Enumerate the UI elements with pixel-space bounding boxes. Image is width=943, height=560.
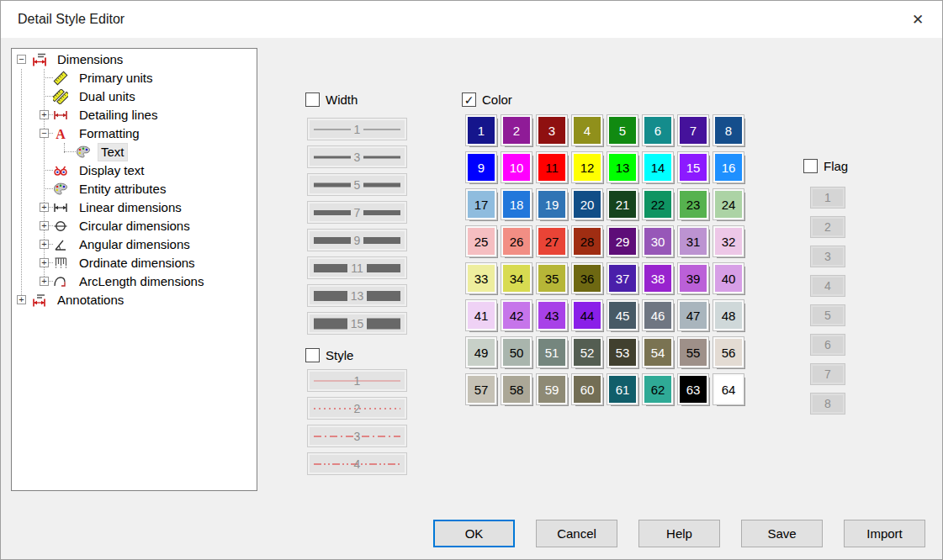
color-cell-9[interactable]: 9 (466, 152, 496, 182)
flag-button-3[interactable]: 3 (810, 246, 845, 267)
tree-item-arclength-dimensions[interactable]: +ArcLength dimensions (12, 272, 257, 291)
tree-item-label[interactable]: Dimensions (55, 51, 125, 68)
color-cell-25[interactable]: 25 (466, 226, 496, 256)
color-cell-8[interactable]: 8 (713, 115, 744, 145)
color-cell-61[interactable]: 61 (607, 374, 638, 404)
tree-item-linear-dimensions[interactable]: +Linear dimensions (12, 198, 257, 217)
expand-plus-icon[interactable]: + (40, 221, 49, 230)
color-cell-22[interactable]: 22 (643, 189, 673, 219)
color-cell-26[interactable]: 26 (501, 226, 532, 256)
tree-item-dual-units[interactable]: Dual units (12, 87, 257, 106)
color-cell-45[interactable]: 45 (607, 300, 638, 330)
width-button-15[interactable]: 15 (307, 312, 407, 335)
color-cell-14[interactable]: 14 (643, 152, 673, 182)
tree-item-label[interactable]: Entity attributes (77, 181, 168, 198)
color-cell-54[interactable]: 54 (643, 337, 673, 367)
width-button-9[interactable]: 9 (307, 229, 407, 251)
color-cell-31[interactable]: 31 (678, 226, 708, 256)
color-cell-5[interactable]: 5 (607, 115, 638, 145)
color-cell-29[interactable]: 29 (607, 226, 638, 256)
color-cell-47[interactable]: 47 (678, 300, 708, 330)
tree-item-entity-attributes[interactable]: Entity attributes (12, 180, 257, 198)
import-button[interactable]: Import (844, 520, 925, 547)
expand-plus-icon[interactable]: + (40, 258, 49, 267)
color-cell-64[interactable]: 64 (713, 374, 744, 404)
flag-checkbox[interactable] (803, 159, 818, 173)
tree-item-label[interactable]: ArcLength dimensions (77, 273, 206, 290)
color-cell-46[interactable]: 46 (643, 300, 673, 330)
tree-item-label[interactable]: Ordinate dimensions (77, 255, 198, 272)
color-cell-7[interactable]: 7 (678, 115, 708, 145)
color-cell-41[interactable]: 41 (466, 300, 496, 330)
width-button-1[interactable]: 1 (307, 118, 407, 140)
tree-item-text[interactable]: Text (12, 143, 257, 161)
flag-button-4[interactable]: 4 (810, 275, 845, 297)
color-cell-35[interactable]: 35 (537, 263, 567, 293)
width-button-13[interactable]: 13 (307, 284, 407, 307)
save-button[interactable]: Save (741, 520, 823, 547)
color-cell-3[interactable]: 3 (537, 115, 567, 145)
color-cell-12[interactable]: 12 (572, 152, 602, 182)
flag-button-8[interactable]: 8 (810, 393, 845, 415)
collapse-minus-icon[interactable]: − (40, 129, 49, 138)
color-cell-6[interactable]: 6 (643, 115, 673, 145)
color-cell-52[interactable]: 52 (572, 337, 602, 367)
tree-item-label[interactable]: Formatting (77, 125, 142, 142)
tree-item-circular-dimensions[interactable]: +Circular dimensions (12, 217, 257, 235)
tree-item-display-text[interactable]: Display text (12, 161, 257, 180)
close-icon[interactable]: ✕ (898, 1, 937, 38)
tree-item-label[interactable]: Annotations (55, 292, 126, 309)
color-cell-27[interactable]: 27 (537, 226, 567, 256)
color-cell-37[interactable]: 37 (607, 263, 638, 293)
expand-plus-icon[interactable]: + (40, 203, 49, 212)
width-button-5[interactable]: 5 (307, 173, 407, 196)
color-cell-1[interactable]: 1 (466, 115, 496, 145)
color-cell-39[interactable]: 39 (678, 263, 708, 293)
tree-item-label[interactable]: Linear dimensions (77, 199, 184, 216)
color-cell-18[interactable]: 18 (501, 189, 532, 219)
color-cell-30[interactable]: 30 (643, 226, 673, 256)
color-cell-43[interactable]: 43 (537, 300, 567, 330)
color-cell-57[interactable]: 57 (466, 374, 496, 404)
color-cell-20[interactable]: 20 (572, 189, 602, 219)
color-cell-50[interactable]: 50 (501, 337, 532, 367)
color-cell-51[interactable]: 51 (537, 337, 567, 367)
style-button-1[interactable]: 1 (307, 369, 407, 392)
color-cell-17[interactable]: 17 (466, 189, 496, 219)
color-cell-34[interactable]: 34 (501, 263, 532, 293)
tree-item-label[interactable]: Primary units (77, 70, 156, 87)
color-cell-28[interactable]: 28 (572, 226, 602, 256)
tree-item-label[interactable]: Dual units (77, 88, 138, 105)
cancel-button[interactable]: Cancel (536, 520, 617, 547)
tree-item-label[interactable]: Detailing lines (77, 107, 160, 124)
width-button-3[interactable]: 3 (307, 145, 407, 168)
flag-button-2[interactable]: 2 (810, 216, 845, 238)
color-cell-59[interactable]: 59 (537, 374, 567, 404)
width-checkbox[interactable] (305, 92, 320, 107)
color-cell-23[interactable]: 23 (678, 189, 708, 219)
style-button-2[interactable]: 2 (307, 397, 407, 420)
color-cell-42[interactable]: 42 (501, 300, 532, 330)
color-cell-58[interactable]: 58 (501, 374, 532, 404)
color-cell-4[interactable]: 4 (572, 115, 602, 145)
flag-button-6[interactable]: 6 (810, 334, 845, 356)
color-cell-11[interactable]: 11 (537, 152, 567, 182)
tree-item-detailing-lines[interactable]: +Detailing lines (12, 106, 257, 124)
color-cell-10[interactable]: 10 (501, 152, 532, 182)
color-cell-21[interactable]: 21 (607, 189, 638, 219)
tree-item-label[interactable]: Angular dimensions (77, 236, 193, 253)
tree-item-primary-units[interactable]: Primary units (12, 69, 257, 87)
color-cell-15[interactable]: 15 (678, 152, 708, 182)
color-cell-13[interactable]: 13 (607, 152, 638, 182)
color-cell-40[interactable]: 40 (713, 263, 744, 293)
color-cell-33[interactable]: 33 (466, 263, 496, 293)
tree-item-label[interactable]: Display text (77, 162, 147, 179)
width-button-11[interactable]: 11 (307, 256, 407, 279)
color-cell-48[interactable]: 48 (713, 300, 744, 330)
style-checkbox[interactable] (305, 348, 320, 362)
color-cell-16[interactable]: 16 (713, 152, 744, 182)
tree-item-annotations[interactable]: +Annotations (12, 291, 257, 309)
flag-button-5[interactable]: 5 (810, 304, 845, 326)
flag-button-7[interactable]: 7 (810, 363, 845, 385)
expand-plus-icon[interactable]: + (17, 295, 26, 304)
